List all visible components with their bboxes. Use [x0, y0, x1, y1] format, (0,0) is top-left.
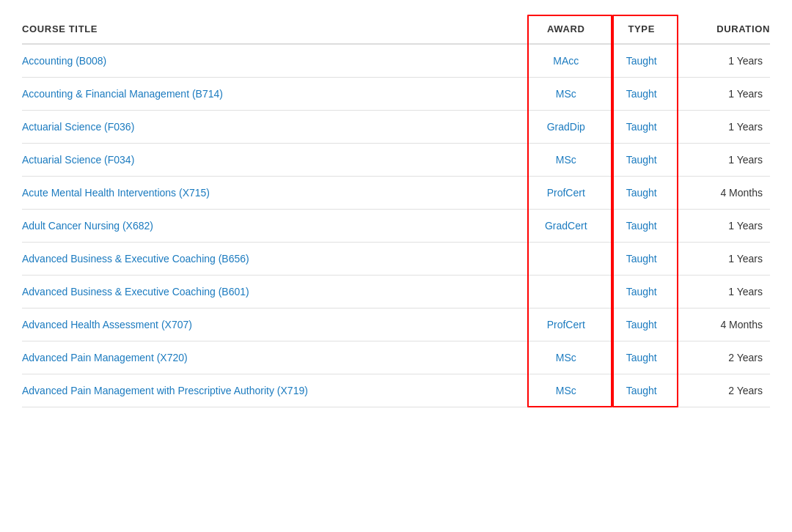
cell-duration: 1 Years — [678, 78, 770, 111]
cell-award: MSc — [527, 374, 612, 407]
cell-title[interactable]: Advanced Business & Executive Coaching (… — [22, 276, 527, 309]
cell-award: MSc — [527, 341, 612, 374]
cell-duration: 1 Years — [678, 210, 770, 243]
table-row: Actuarial Science (F034)MScTaught1 Years — [22, 144, 770, 177]
cell-type: Taught — [612, 341, 678, 374]
cell-type: Taught — [612, 177, 678, 210]
table-row: Advanced Business & Executive Coaching (… — [22, 276, 770, 309]
cell-type: Taught — [612, 111, 678, 144]
cell-award: ProfCert — [527, 177, 612, 210]
cell-duration: 1 Years — [678, 44, 770, 78]
cell-type: Taught — [612, 243, 678, 276]
cell-type: Taught — [612, 144, 678, 177]
cell-title[interactable]: Adult Cancer Nursing (X682) — [22, 210, 527, 243]
table-wrapper: COURSE TITLE AWARD TYPE DURATION Account… — [22, 15, 770, 407]
table-row: Adult Cancer Nursing (X682)GradCertTaugh… — [22, 210, 770, 243]
cell-title[interactable]: Advanced Pain Management (X720) — [22, 341, 527, 374]
cell-award: MAcc — [527, 44, 612, 78]
cell-award — [527, 276, 612, 309]
cell-title[interactable]: Actuarial Science (F034) — [22, 144, 527, 177]
table-row: Actuarial Science (F036)GradDipTaught1 Y… — [22, 111, 770, 144]
cell-title[interactable]: Accounting (B008) — [22, 44, 527, 78]
table-row: Advanced Pain Management with Prescripti… — [22, 374, 770, 407]
cell-duration: 1 Years — [678, 111, 770, 144]
cell-award: MSc — [527, 78, 612, 111]
table-row: Advanced Health Assessment (X707)ProfCer… — [22, 309, 770, 341]
table-row: Acute Mental Health Interventions (X715)… — [22, 177, 770, 210]
cell-type: Taught — [612, 276, 678, 309]
cell-award — [527, 243, 612, 276]
table-body: Accounting (B008)MAccTaught1 YearsAccoun… — [22, 44, 770, 407]
cell-type: Taught — [612, 374, 678, 407]
cell-duration: 2 Years — [678, 374, 770, 407]
header-duration: DURATION — [678, 15, 770, 44]
cell-award: MSc — [527, 144, 612, 177]
cell-title[interactable]: Advanced Business & Executive Coaching (… — [22, 243, 527, 276]
table-row: Advanced Business & Executive Coaching (… — [22, 243, 770, 276]
cell-duration: 2 Years — [678, 341, 770, 374]
cell-duration: 1 Years — [678, 243, 770, 276]
header-type: TYPE — [612, 15, 678, 44]
table-row: Advanced Pain Management (X720)MScTaught… — [22, 341, 770, 374]
cell-title[interactable]: Accounting & Financial Management (B714) — [22, 78, 527, 111]
cell-award: GradCert — [527, 210, 612, 243]
cell-duration: 1 Years — [678, 276, 770, 309]
cell-type: Taught — [612, 78, 678, 111]
courses-table: COURSE TITLE AWARD TYPE DURATION Account… — [22, 15, 770, 407]
header-award: AWARD — [527, 15, 612, 44]
cell-title[interactable]: Actuarial Science (F036) — [22, 111, 527, 144]
cell-duration: 4 Months — [678, 309, 770, 341]
table-row: Accounting (B008)MAccTaught1 Years — [22, 44, 770, 78]
cell-duration: 4 Months — [678, 177, 770, 210]
cell-award: GradDip — [527, 111, 612, 144]
table-row: Accounting & Financial Management (B714)… — [22, 78, 770, 111]
cell-type: Taught — [612, 44, 678, 78]
cell-title[interactable]: Advanced Health Assessment (X707) — [22, 309, 527, 341]
table-header-row: COURSE TITLE AWARD TYPE DURATION — [22, 15, 770, 44]
cell-award: ProfCert — [527, 309, 612, 341]
header-course-title: COURSE TITLE — [22, 15, 527, 44]
cell-duration: 1 Years — [678, 144, 770, 177]
cell-type: Taught — [612, 210, 678, 243]
cell-type: Taught — [612, 309, 678, 341]
cell-title[interactable]: Acute Mental Health Interventions (X715) — [22, 177, 527, 210]
cell-title[interactable]: Advanced Pain Management with Prescripti… — [22, 374, 527, 407]
